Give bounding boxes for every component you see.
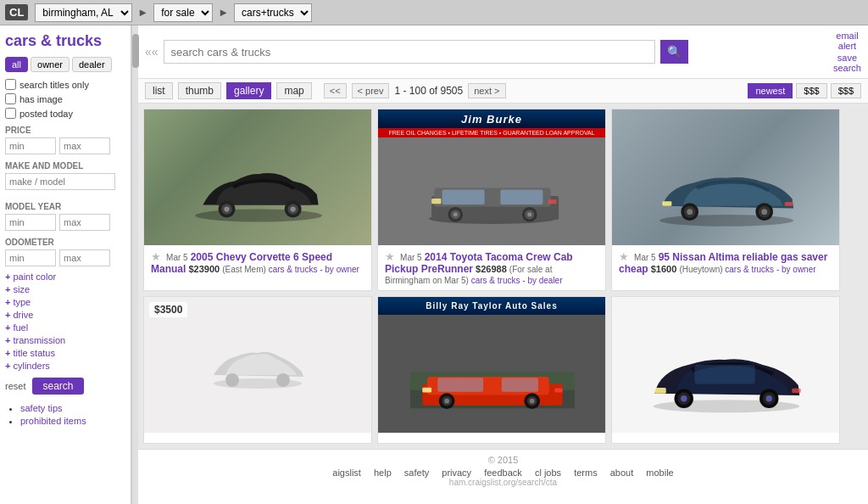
- listing-card: $3500: [143, 296, 372, 444]
- listing-date: Mar 5: [166, 253, 188, 262]
- listing-category-link[interactable]: cars & trucks - by owner: [269, 265, 359, 274]
- page-range: 1 - 100 of 9505: [394, 85, 463, 97]
- page-first-btn[interactable]: <<: [324, 83, 347, 98]
- make-model-input[interactable]: [5, 173, 115, 190]
- sort-price-asc-btn[interactable]: $$$: [796, 83, 826, 98]
- plus-paint-color[interactable]: + paint color: [5, 272, 125, 282]
- sort-price-desc-btn[interactable]: $$$: [831, 83, 861, 98]
- svg-point-23: [687, 209, 693, 215]
- sidebar-actions: reset search: [5, 378, 125, 395]
- make-model-filter: MAKE AND MODEL: [5, 161, 125, 195]
- listing-info: ★ Mar 5 95 Nissan Altima reliable gas sa…: [612, 245, 839, 280]
- footer-mobile-link[interactable]: mobile: [646, 468, 673, 478]
- listing-card: [611, 296, 840, 444]
- footer-cljobs-link[interactable]: cl jobs: [535, 468, 561, 478]
- footer-privacy-link[interactable]: privacy: [442, 468, 471, 478]
- car-image: Billy Ray Taylor Auto Sales: [378, 297, 605, 433]
- plus-type[interactable]: + type: [5, 297, 125, 307]
- listing-card: $23900 ★ Mar 5 2005 Chevy Corvette: [143, 109, 372, 291]
- filter-tab-owner[interactable]: owner: [31, 57, 70, 72]
- page-prev-btn[interactable]: < prev: [352, 83, 390, 98]
- make-model-label: MAKE AND MODEL: [5, 161, 125, 171]
- plus-size[interactable]: + size: [5, 284, 125, 294]
- header-right-actions: emailalert savesearch: [833, 31, 861, 73]
- filter-tab-dealer[interactable]: dealer: [72, 57, 112, 72]
- listing-category-link[interactable]: cars & trucks - by owner: [725, 265, 815, 274]
- search-input[interactable]: [164, 40, 655, 64]
- car-image: [612, 297, 839, 433]
- page-next-btn[interactable]: next >: [468, 83, 505, 98]
- listing-price: $1600: [651, 264, 680, 274]
- arrow-icon2: ►: [218, 6, 229, 19]
- price-max-input[interactable]: [59, 137, 110, 154]
- svg-rect-11: [500, 189, 542, 204]
- plus-cylinders[interactable]: + cylinders: [5, 361, 125, 371]
- dealer-banner: Billy Ray Taylor Auto Sales: [378, 297, 605, 315]
- listing-info: [612, 433, 839, 443]
- plus-title-status[interactable]: + title status: [5, 348, 125, 358]
- main-layout: cars & trucks all owner dealer search ti…: [0, 25, 868, 504]
- view-gallery-btn[interactable]: gallery: [226, 82, 271, 99]
- save-search-link[interactable]: savesearch: [833, 53, 861, 73]
- sidebar-scrollbar[interactable]: [131, 25, 138, 504]
- model-year-range-row: [5, 214, 125, 231]
- svg-rect-27: [662, 201, 671, 206]
- svg-point-20: [659, 215, 793, 227]
- safety-tips-link[interactable]: safety tips: [20, 403, 63, 413]
- star-icon: ★: [385, 250, 395, 263]
- email-alert-link[interactable]: emailalert: [836, 31, 858, 51]
- odometer-label: ODOMETER: [5, 238, 125, 247]
- car-svg: [612, 148, 839, 241]
- view-thumb-btn[interactable]: thumb: [178, 82, 221, 99]
- model-year-max-input[interactable]: [59, 214, 110, 231]
- footer-help-link[interactable]: help: [374, 468, 392, 478]
- svg-rect-55: [792, 389, 801, 393]
- svg-rect-37: [502, 378, 538, 392]
- prohibited-items-link[interactable]: prohibited items: [20, 416, 86, 426]
- price-label: PRICE: [5, 126, 125, 135]
- odometer-max-input[interactable]: [59, 249, 110, 266]
- view-map-btn[interactable]: map: [276, 82, 311, 99]
- view-list-btn[interactable]: list: [145, 82, 173, 99]
- plus-transmission[interactable]: + transmission: [5, 335, 125, 345]
- collapse-icon[interactable]: ««: [145, 45, 159, 59]
- model-year-min-input[interactable]: [5, 214, 56, 231]
- filter-tab-all[interactable]: all: [5, 57, 28, 72]
- odometer-min-input[interactable]: [5, 249, 56, 266]
- footer-feedback-link[interactable]: feedback: [484, 468, 522, 478]
- dealer-banner2: FREE OIL CHANGES • LIFETIME TIRES • GUAR…: [378, 128, 605, 137]
- sidebar: cars & trucks all owner dealer search ti…: [0, 25, 131, 504]
- plus-drive[interactable]: + drive: [5, 310, 125, 320]
- for-sale-select[interactable]: for sale: [153, 3, 213, 22]
- star-icon: ★: [151, 250, 161, 263]
- category-select[interactable]: cars+trucks: [234, 3, 312, 22]
- svg-point-53: [766, 395, 773, 402]
- footer-about-link[interactable]: about: [610, 468, 634, 478]
- posted-today-checkbox[interactable]: [5, 108, 16, 119]
- listing-category-link[interactable]: cars & trucks - by dealer: [471, 276, 563, 285]
- svg-rect-47: [695, 365, 755, 384]
- listing-card: $26988 Jim Burke FREE OIL CHANGES • LIFE…: [377, 109, 606, 291]
- footer-url: ham.craigslist.org/search/cta: [143, 478, 863, 487]
- has-image-checkbox[interactable]: [5, 93, 16, 104]
- search-button[interactable]: search: [32, 378, 83, 395]
- location-select[interactable]: birmingham, AL: [35, 3, 132, 22]
- search-submit-button[interactable]: 🔍: [660, 40, 688, 64]
- footer-aigslist-link[interactable]: aigslist: [332, 468, 361, 478]
- listing-card: $29000 Billy Ray Taylor Auto Sales: [377, 296, 606, 444]
- listing-price-badge: $3500: [149, 302, 187, 317]
- svg-point-30: [225, 373, 239, 387]
- odometer-filter: ODOMETER: [5, 238, 125, 266]
- sidebar-links: safety tips prohibited items: [5, 403, 125, 426]
- footer-terms-link[interactable]: terms: [574, 468, 598, 478]
- sort-buttons: newest $$$ $$$: [748, 83, 861, 98]
- reset-link[interactable]: reset: [5, 381, 25, 391]
- price-min-input[interactable]: [5, 137, 56, 154]
- plus-fuel[interactable]: + fuel: [5, 322, 125, 333]
- sort-newest-btn[interactable]: newest: [748, 83, 793, 98]
- search-titles-label: search titles only: [19, 80, 89, 90]
- search-titles-checkbox[interactable]: [5, 79, 16, 90]
- footer-safety-link[interactable]: safety: [404, 468, 429, 478]
- listing-info: [144, 433, 371, 443]
- view-controls: list thumb gallery map << < prev 1 - 100…: [138, 79, 868, 104]
